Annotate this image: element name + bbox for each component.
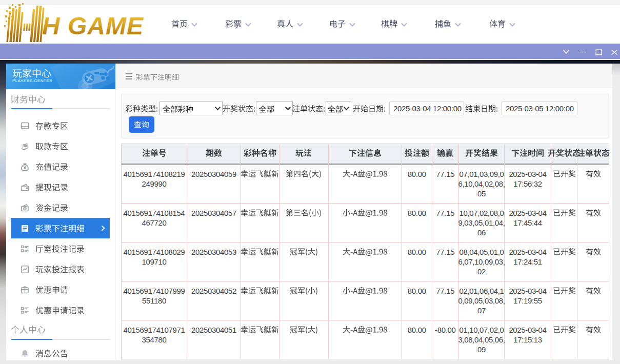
svg-text:H GAME: H GAME [42, 12, 144, 39]
